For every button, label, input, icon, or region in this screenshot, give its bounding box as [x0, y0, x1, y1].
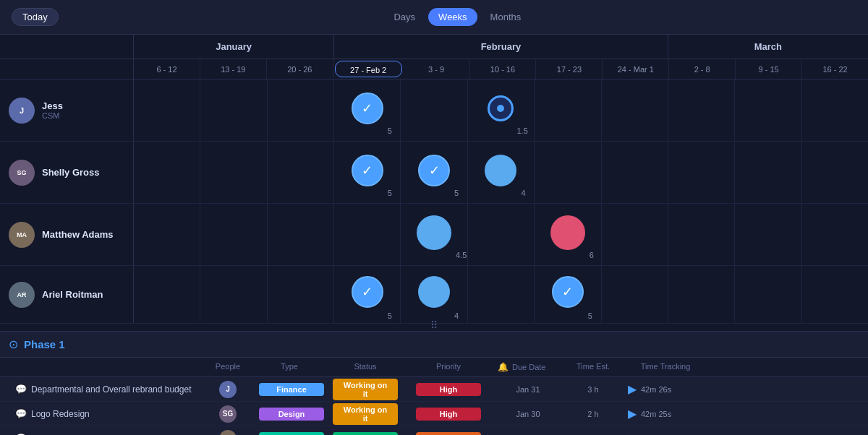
type-badge-2[interactable]: Legal — [259, 432, 324, 436]
task-status-2: Done — [326, 432, 405, 436]
week-2-8: 2 - 8 — [669, 59, 736, 79]
play-icon-2[interactable]: ▶ — [628, 431, 637, 435]
cell-shelly-4: ✓ 5 — [334, 142, 401, 203]
cell-shelly-3 — [268, 142, 334, 203]
bubble-shelly-check2[interactable]: ✓ — [418, 155, 450, 186]
drag-handle[interactable]: ⠿ — [430, 319, 438, 331]
cell-matthew-4 — [334, 204, 401, 265]
th-priority: Priority — [405, 361, 492, 374]
cell-ariel-4: ✓ 5 — [334, 266, 401, 323]
task-priority-1: High — [405, 408, 492, 421]
person-jess: J Jess CSM — [0, 79, 134, 141]
status-badge-0[interactable]: Working on it — [333, 379, 398, 400]
task-tracking-0: ▶ 42m 26s — [622, 382, 709, 396]
cell-ariel-6 — [468, 266, 535, 323]
phase-title: Phase 1 — [24, 338, 65, 350]
today-button[interactable]: Today — [12, 8, 59, 26]
task-row-0[interactable]: 💬 Departmental and Overall rebrand budge… — [0, 377, 868, 402]
play-icon-0[interactable]: ▶ — [628, 382, 637, 396]
priority-badge-2[interactable]: Medium — [416, 432, 481, 436]
play-icon-1[interactable]: ▶ — [628, 407, 637, 421]
cell-ariel-11 — [802, 266, 868, 323]
status-badge-1[interactable]: Working on it — [333, 403, 398, 425]
bubble-jess-dot[interactable] — [488, 95, 514, 121]
task-priority-2: Medium — [405, 432, 492, 436]
cell-ariel-5: 4 — [401, 266, 467, 323]
avatar-ariel: AR — [9, 282, 35, 308]
tracking-value-0: 42m 26s — [641, 385, 671, 394]
tab-weeks[interactable]: Weeks — [428, 8, 477, 26]
task-row-2[interactable]: 💬 Copyright Procedures MA Legal Done Med… — [0, 426, 868, 435]
type-badge-1[interactable]: Design — [259, 408, 324, 421]
cell-ariel-7: ✓ 5 — [535, 266, 601, 323]
cell-jess-11 — [802, 79, 868, 141]
tab-days[interactable]: Days — [383, 8, 425, 26]
cell-shelly-2 — [200, 142, 267, 203]
task-row-1[interactable]: 💬 Logo Redesign SG Design Working on it … — [0, 402, 868, 426]
phase-header: ⊙ Phase 1 — [0, 332, 868, 358]
task-timeest-0: 3 h — [564, 385, 622, 394]
comment-icon-1[interactable]: 💬 — [15, 408, 27, 419]
bubble-shelly-filled[interactable] — [485, 155, 516, 186]
task-people-2: MA — [203, 430, 253, 436]
month-january: January — [134, 35, 334, 59]
week-spacer — [0, 59, 134, 79]
mini-avatar-0: J — [219, 381, 237, 398]
header: Today Days Weeks Months — [0, 0, 868, 35]
person-ariel: AR Ariel Roitman — [0, 266, 134, 323]
week-27-feb2: 27 - Feb 2 — [335, 61, 402, 77]
cell-ariel-3 — [268, 266, 334, 323]
task-priority-0: High — [405, 383, 492, 396]
timeline-rows: J Jess CSM ✓ 5 1.5 — [0, 79, 868, 324]
task-type-2: Legal — [253, 432, 326, 436]
cell-ariel-10 — [735, 266, 801, 323]
bubble-label-shelly-2: 5 — [454, 189, 459, 197]
row-cells-ariel: ✓ 5 4 ✓ 5 — [134, 266, 868, 323]
priority-badge-1[interactable]: High — [416, 408, 481, 421]
week-3-9: 3 - 9 — [404, 59, 470, 79]
row-ariel: AR Ariel Roitman ✓ 5 4 ✓ — [0, 266, 868, 324]
avatar-matthew: MA — [9, 222, 35, 248]
bubble-ariel-blue[interactable] — [418, 276, 450, 308]
bubble-shelly-check1[interactable]: ✓ — [352, 155, 383, 186]
month-spacer — [0, 35, 134, 59]
row-cells-matthew: 4.5 6 — [134, 204, 868, 265]
task-status-0: Working on it — [326, 379, 405, 400]
type-badge-0[interactable]: Finance — [259, 383, 324, 396]
month-headers: January February March — [0, 35, 868, 59]
cell-shelly-8 — [602, 142, 668, 203]
week-9-15: 9 - 15 — [736, 59, 802, 79]
cell-matthew-5: 4.5 — [401, 204, 467, 265]
bubble-jess-check[interactable]: ✓ — [352, 92, 383, 124]
cell-jess-7 — [535, 79, 601, 141]
bubble-matthew-red[interactable] — [550, 215, 585, 250]
task-label-1: Logo Redesign — [31, 409, 90, 419]
tab-months[interactable]: Months — [480, 8, 532, 26]
mini-avatar-2: MA — [219, 430, 237, 436]
cell-ariel-1 — [134, 266, 200, 323]
week-24-mar1: 24 - Mar 1 — [603, 59, 669, 79]
cell-matthew-11 — [802, 204, 868, 265]
task-tracking-1: ▶ 42m 25s — [622, 407, 709, 421]
cell-jess-8 — [602, 79, 668, 141]
bubble-label-ariel-2: 4 — [454, 311, 459, 320]
cell-ariel-2 — [200, 266, 267, 323]
th-task — [0, 361, 203, 374]
bubble-ariel-check2[interactable]: ✓ — [552, 276, 584, 308]
cell-shelly-5: ✓ 5 — [401, 142, 467, 203]
bubble-matthew-blue[interactable] — [417, 215, 451, 250]
cell-shelly-1 — [134, 142, 200, 203]
bubble-ariel-check1[interactable]: ✓ — [352, 276, 383, 308]
comment-icon-0[interactable]: 💬 — [15, 384, 27, 395]
task-duedate-1: Jan 30 — [492, 410, 564, 418]
week-17-23: 17 - 23 — [536, 59, 603, 79]
cell-matthew-6 — [468, 204, 535, 265]
cell-jess-6: 1.5 — [468, 79, 535, 141]
status-badge-2[interactable]: Done — [333, 432, 398, 436]
person-name-shelly: Shelly Gross — [42, 167, 99, 178]
week-16-22: 16 - 22 — [802, 59, 868, 79]
cell-matthew-10 — [735, 204, 801, 265]
row-shelly: SG Shelly Gross ✓ 5 ✓ 5 4 — [0, 142, 868, 204]
row-cells-jess: ✓ 5 1.5 — [134, 79, 868, 141]
priority-badge-0[interactable]: High — [416, 383, 481, 396]
